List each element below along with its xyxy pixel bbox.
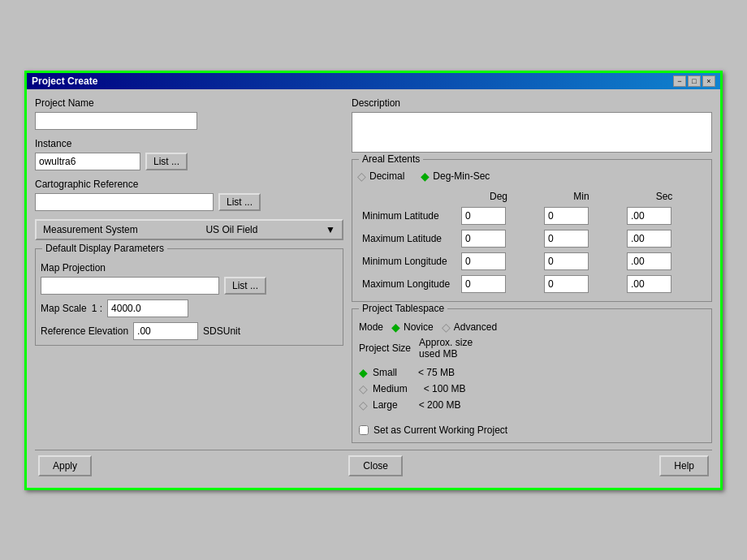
- description-textarea[interactable]: [352, 112, 712, 153]
- advanced-label: Advanced: [454, 321, 497, 333]
- map-projection-section: Map Projection List ...: [41, 262, 338, 295]
- ref-elevation-input[interactable]: [133, 322, 198, 340]
- min-lon-label: Minimum Longitude: [359, 251, 456, 272]
- mode-label: Mode: [359, 321, 383, 333]
- col-header-sec: Sec: [624, 189, 705, 204]
- areal-extents-group: Areal Extents ◇ Decimal ◆ Deg-Min-Sec: [352, 159, 712, 302]
- project-size-row: Project Size Approx. size used MB: [359, 337, 705, 360]
- deg-min-sec-option[interactable]: ◆ Deg-Min-Sec: [421, 170, 490, 183]
- small-size-label: < 75 MB: [418, 367, 455, 378]
- novice-radio-icon: ◆: [391, 321, 400, 334]
- cartographic-label: Cartographic Reference: [35, 179, 343, 190]
- map-scale-row: Map Scale 1 :: [41, 299, 338, 317]
- novice-label: Novice: [404, 321, 434, 333]
- max-lon-sec-input[interactable]: [627, 275, 671, 293]
- deg-min-sec-label: Deg-Min-Sec: [433, 170, 490, 182]
- cartographic-list-button[interactable]: List ...: [218, 193, 261, 211]
- max-lat-deg-input[interactable]: [461, 230, 506, 248]
- areal-extents-title: Areal Extents: [359, 153, 423, 165]
- max-lat-row: Maximum Latitude: [359, 228, 705, 249]
- map-scale-label: Map Scale: [41, 303, 87, 314]
- large-size-label: < 200 MB: [419, 399, 461, 411]
- maximize-button[interactable]: □: [688, 75, 701, 87]
- min-lon-sec-input[interactable]: [627, 252, 671, 270]
- approx-size-label: Approx. size: [419, 337, 473, 348]
- min-lon-row: Minimum Longitude: [359, 251, 705, 272]
- col-header-min: Min: [541, 189, 622, 204]
- areal-modes: ◇ Decimal ◆ Deg-Min-Sec: [357, 170, 706, 183]
- minimize-button[interactable]: −: [673, 75, 686, 87]
- min-lat-deg-input[interactable]: [461, 207, 506, 225]
- deg-min-sec-radio-icon: ◆: [421, 170, 430, 183]
- measurement-value: US Oil Field: [145, 224, 319, 235]
- max-lon-deg-input[interactable]: [461, 275, 506, 293]
- cartographic-group: Cartographic Reference List ...: [35, 179, 343, 211]
- small-size-option[interactable]: ◆ Small < 75 MB: [359, 366, 705, 379]
- min-lon-min-input[interactable]: [544, 252, 589, 270]
- decimal-label: Decimal: [369, 170, 404, 182]
- max-lon-row: Maximum Longitude: [359, 274, 705, 295]
- project-tablespace-group: Project Tablespace Mode ◆ Novice ◇ Advan…: [352, 308, 712, 443]
- instance-input[interactable]: [35, 153, 140, 170]
- cartographic-input[interactable]: [35, 193, 214, 211]
- project-name-group: Project Name: [35, 97, 343, 130]
- bottom-bar: Apply Close Help: [35, 450, 712, 480]
- col-header-deg: Deg: [458, 189, 539, 204]
- sds-unit-label: SDSUnit: [203, 325, 240, 337]
- medium-size-option[interactable]: ◇ Medium < 100 MB: [359, 382, 705, 395]
- max-lon-label: Maximum Longitude: [359, 274, 456, 295]
- help-button[interactable]: Help: [659, 455, 709, 476]
- window-content: Project Name Instance List ... Cartograp…: [27, 89, 720, 488]
- min-lat-label: Minimum Latitude: [359, 205, 456, 226]
- min-lon-deg-input[interactable]: [461, 252, 506, 270]
- project-name-input[interactable]: [35, 112, 197, 130]
- main-area: Project Name Instance List ... Cartograp…: [35, 97, 712, 443]
- close-button[interactable]: Close: [348, 455, 403, 476]
- right-panel: Description Areal Extents ◇ Decimal ◆ De…: [352, 97, 712, 443]
- decimal-option[interactable]: ◇ Decimal: [357, 170, 404, 183]
- window-title: Project Create: [32, 75, 97, 87]
- instance-row: List ...: [35, 153, 343, 170]
- map-projection-list-button[interactable]: List ...: [224, 277, 266, 295]
- large-size-option[interactable]: ◇ Large < 200 MB: [359, 398, 705, 411]
- min-lat-row: Minimum Latitude: [359, 205, 705, 226]
- close-button[interactable]: ×: [702, 75, 715, 87]
- large-radio-icon: ◇: [359, 398, 368, 411]
- max-lat-min-input[interactable]: [544, 230, 589, 248]
- small-radio-icon: ◆: [359, 366, 368, 379]
- advanced-option[interactable]: ◇ Advanced: [442, 321, 497, 334]
- medium-size-label: < 100 MB: [424, 383, 466, 394]
- cartographic-row: List ...: [35, 193, 343, 211]
- instance-group: Instance List ...: [35, 138, 343, 170]
- max-lon-min-input[interactable]: [544, 275, 589, 293]
- ref-elevation-row: Reference Elevation SDSUnit: [41, 322, 338, 340]
- novice-option[interactable]: ◆ Novice: [391, 321, 434, 334]
- instance-list-button[interactable]: List ...: [145, 153, 188, 170]
- map-scale-input[interactable]: [107, 299, 188, 317]
- set-current-label: Set as Current Working Project: [374, 424, 507, 436]
- areal-extents-table: Deg Min Sec Minimum Latitude: [357, 187, 706, 296]
- max-lat-sec-input[interactable]: [627, 230, 671, 248]
- project-name-label: Project Name: [35, 97, 343, 109]
- map-projection-input[interactable]: [41, 277, 219, 295]
- description-label: Description: [352, 97, 712, 109]
- description-group: Description: [352, 97, 712, 153]
- approx-size-group: Approx. size used MB: [419, 337, 473, 360]
- map-scale-sep: 1 :: [92, 303, 102, 314]
- instance-label: Instance: [35, 138, 343, 149]
- large-label: Large: [373, 399, 398, 411]
- min-lat-min-input[interactable]: [544, 207, 589, 225]
- min-lat-sec-input[interactable]: [627, 207, 671, 225]
- apply-button[interactable]: Apply: [38, 455, 92, 476]
- set-current-checkbox[interactable]: [359, 425, 369, 435]
- map-projection-row: List ...: [41, 277, 338, 295]
- title-bar: Project Create − □ ×: [27, 73, 720, 89]
- advanced-radio-icon: ◇: [442, 321, 451, 334]
- project-create-window: Project Create − □ × Project Name Instan…: [24, 71, 723, 490]
- used-mb-label: used MB: [419, 348, 473, 360]
- default-display-title: Default Display Parameters: [42, 243, 167, 254]
- map-projection-label: Map Projection: [41, 262, 106, 274]
- measurement-label: Measurement System: [43, 224, 138, 235]
- measurement-row[interactable]: Measurement System US Oil Field ▼: [35, 219, 343, 240]
- small-label: Small: [373, 367, 397, 378]
